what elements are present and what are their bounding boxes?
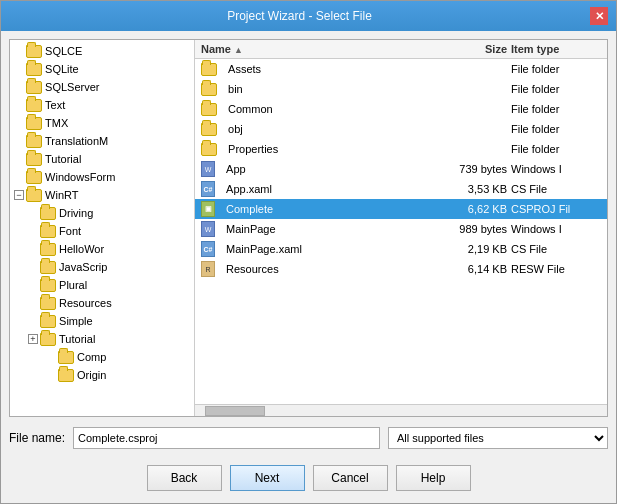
tree-item-plural[interactable]: Plural <box>10 276 194 294</box>
file-list[interactable]: Assets File folder bin File folder Commo… <box>195 59 607 404</box>
file-row[interactable]: W MainPage 989 bytes Windows I <box>195 219 607 239</box>
tree-item-translationm[interactable]: TranslationM <box>10 132 194 150</box>
file-size: 739 bytes <box>421 163 511 175</box>
file-header: Name ▲ Size Item type <box>195 40 607 59</box>
tree-item-sqlserver[interactable]: SQLServer <box>10 78 194 96</box>
folder-icon <box>26 99 42 112</box>
tree-item-windowsform[interactable]: WindowsForm <box>10 168 194 186</box>
folder-icon <box>201 123 217 136</box>
folder-icon <box>40 225 56 238</box>
next-button[interactable]: Next <box>230 465 305 491</box>
file-row[interactable]: R Resources 6,14 KB RESW File <box>195 259 607 279</box>
file-size: 3,53 KB <box>421 183 511 195</box>
file-row-complete[interactable]: ▣ Complete 6,62 KB CSPROJ Fil <box>195 199 607 219</box>
file-row[interactable]: Common File folder <box>195 99 607 119</box>
file-size: 989 bytes <box>421 223 511 235</box>
column-name[interactable]: Name ▲ <box>201 43 421 55</box>
folder-icon <box>201 143 217 156</box>
filename-input[interactable] <box>73 427 380 449</box>
folder-icon <box>26 153 42 166</box>
file-row[interactable]: W App 739 bytes Windows I <box>195 159 607 179</box>
file-row[interactable]: Assets File folder <box>195 59 607 79</box>
file-type: CS File <box>511 183 601 195</box>
hscroll-thumb[interactable] <box>205 406 265 416</box>
resw-icon: R <box>201 261 215 277</box>
file-type: File folder <box>511 143 601 155</box>
folder-icon <box>26 63 42 76</box>
tree-item-sqlite[interactable]: SQLite <box>10 60 194 78</box>
folder-icon <box>26 171 42 184</box>
file-type: File folder <box>511 83 601 95</box>
file-row[interactable]: C# App.xaml 3,53 KB CS File <box>195 179 607 199</box>
tree-item-driving[interactable]: Driving <box>10 204 194 222</box>
tree-item-winrt[interactable]: − WinRT <box>10 186 194 204</box>
file-row[interactable]: bin File folder <box>195 79 607 99</box>
file-type: Windows I <box>511 223 601 235</box>
file-type: RESW File <box>511 263 601 275</box>
folder-icon <box>26 81 42 94</box>
folder-icon <box>58 369 74 382</box>
folder-icon <box>26 117 42 130</box>
folder-icon <box>40 333 56 346</box>
folder-icon <box>26 135 42 148</box>
file-type: File folder <box>511 103 601 115</box>
sort-arrow: ▲ <box>234 45 243 55</box>
tree-item-tutorial2[interactable]: + Tutorial <box>10 330 194 348</box>
folder-icon <box>58 351 74 364</box>
filename-row: File name: All supported files <box>9 423 608 453</box>
tree-item-tutorial[interactable]: Tutorial <box>10 150 194 168</box>
file-type: Windows I <box>511 163 601 175</box>
tree-item-tmx[interactable]: TMX <box>10 114 194 132</box>
help-button[interactable]: Help <box>396 465 471 491</box>
file-row[interactable]: obj File folder <box>195 119 607 139</box>
tree-item-sqlce[interactable]: SQLCE <box>10 42 194 60</box>
close-button[interactable]: ✕ <box>590 7 608 25</box>
file-row[interactable]: Properties File folder <box>195 139 607 159</box>
folder-icon <box>201 103 217 116</box>
file-size: 6,14 KB <box>421 263 511 275</box>
folder-icon <box>40 261 56 274</box>
back-button[interactable]: Back <box>147 465 222 491</box>
win-icon: W <box>201 161 215 177</box>
filename-label: File name: <box>9 431 65 445</box>
file-type: File folder <box>511 63 601 75</box>
tree-item-text[interactable]: Text <box>10 96 194 114</box>
tree-panel[interactable]: SQLCE SQLite SQLServer Text TMX <box>10 40 195 416</box>
file-type: CS File <box>511 243 601 255</box>
column-size[interactable]: Size <box>421 43 511 55</box>
file-panel: Name ▲ Size Item type Assets File folder <box>195 40 607 416</box>
file-size: 6,62 KB <box>421 203 511 215</box>
file-row[interactable]: C# MainPage.xaml 2,19 KB CS File <box>195 239 607 259</box>
filetype-select[interactable]: All supported files <box>388 427 608 449</box>
cs-icon: C# <box>201 241 215 257</box>
tree-item-origin[interactable]: Origin <box>10 366 194 384</box>
cs-icon: C# <box>201 181 215 197</box>
title-text: Project Wizard - Select File <box>9 9 590 23</box>
content-area: SQLCE SQLite SQLServer Text TMX <box>1 31 616 503</box>
file-type: File folder <box>511 123 601 135</box>
folder-icon <box>26 189 42 202</box>
folder-icon <box>201 83 217 96</box>
dialog: Project Wizard - Select File ✕ SQLCE SQL… <box>0 0 617 504</box>
cancel-button[interactable]: Cancel <box>313 465 388 491</box>
tree-item-font[interactable]: Font <box>10 222 194 240</box>
folder-icon <box>26 45 42 58</box>
column-type[interactable]: Item type <box>511 43 601 55</box>
file-browser: SQLCE SQLite SQLServer Text TMX <box>9 39 608 417</box>
folder-icon <box>40 207 56 220</box>
tree-item-hellowor[interactable]: HelloWor <box>10 240 194 258</box>
folder-icon <box>40 297 56 310</box>
tree-item-javascript[interactable]: JavaScrip <box>10 258 194 276</box>
folder-icon <box>201 63 217 76</box>
expand-icon-winrt[interactable]: − <box>14 190 24 200</box>
folder-icon <box>40 315 56 328</box>
tree-item-comp[interactable]: Comp <box>10 348 194 366</box>
button-row: Back Next Cancel Help <box>9 459 608 495</box>
folder-icon <box>40 279 56 292</box>
expand-icon-tutorial2[interactable]: + <box>28 334 38 344</box>
win-icon: W <box>201 221 215 237</box>
file-panel-hscroll[interactable] <box>195 404 607 416</box>
tree-item-simple[interactable]: Simple <box>10 312 194 330</box>
proj-icon: ▣ <box>201 201 215 217</box>
tree-item-resources[interactable]: Resources <box>10 294 194 312</box>
